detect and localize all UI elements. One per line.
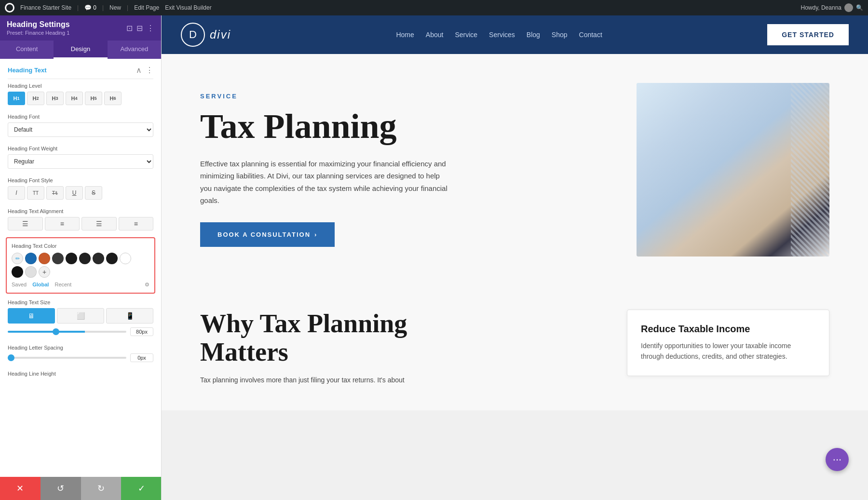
hero-content: SERVICE Tax Planning Effective tax plann… <box>200 93 608 246</box>
get-started-button[interactable]: GET STARTED <box>767 24 849 45</box>
panel-header: Heading Settings Preset: Finance Heading… <box>0 15 161 41</box>
tt2-button[interactable]: Tt <box>46 186 64 200</box>
nav-services[interactable]: Services <box>489 31 515 39</box>
letter-spacing-value-input[interactable]: 0px <box>130 353 153 362</box>
tab-content[interactable]: Content <box>0 41 54 59</box>
admin-bar: Finance Starter Site | 💬 0 | New | Edit … <box>0 0 868 15</box>
cancel-button[interactable]: ✕ <box>0 477 41 500</box>
size-slider[interactable] <box>8 331 126 333</box>
redo-button[interactable]: ↻ <box>81 477 122 500</box>
fullscreen-icon[interactable]: ⊡ <box>126 24 133 33</box>
collapse-icon[interactable]: ∧ <box>136 66 142 75</box>
color-swatch-black[interactable] <box>12 266 23 278</box>
section-more-icon[interactable]: ⋮ <box>146 66 153 75</box>
undo-button[interactable]: ↺ <box>41 477 81 500</box>
align-left-button[interactable]: ☰ <box>8 217 43 230</box>
floating-action-button[interactable]: ··· <box>826 448 849 471</box>
tt-button[interactable]: TT <box>27 186 44 200</box>
nav-about[interactable]: About <box>426 31 444 39</box>
mobile-device-button[interactable]: 📱 <box>106 308 153 324</box>
hero-description: Effective tax planning is essential for … <box>200 158 451 207</box>
color-swatch-dark3[interactable] <box>79 253 91 264</box>
heading-font-label: Heading Font <box>8 114 153 120</box>
color-swatch-dark5[interactable] <box>106 253 118 264</box>
more-icon[interactable]: ⋮ <box>147 24 154 33</box>
panel-tabs: Content Design Advanced <box>0 41 161 59</box>
color-swatch-white[interactable] <box>120 253 131 264</box>
content-area: D divi Home About Service Services Blog … <box>162 15 868 500</box>
align-justify-button[interactable]: ≡ <box>119 217 154 230</box>
new-link[interactable]: New <box>109 4 121 11</box>
size-value-input[interactable]: 80px <box>130 327 153 336</box>
align-center-button[interactable]: ≡ <box>45 217 80 230</box>
underline-button[interactable]: U <box>66 186 83 200</box>
tab-design[interactable]: Design <box>54 41 107 59</box>
h3-button[interactable]: H3 <box>46 92 64 105</box>
color-swatch-add[interactable]: + <box>39 266 50 278</box>
heading-font-group: Heading Font Default <box>0 110 161 142</box>
letter-spacing-slider-row: 0px <box>8 353 153 362</box>
logo-circle: D <box>181 23 205 47</box>
heading-levels: H1 H2 H3 H4 H5 H6 <box>8 92 153 105</box>
h5-button[interactable]: H5 <box>85 92 102 105</box>
save-button[interactable]: ✓ <box>121 477 162 500</box>
exit-builder-link[interactable]: Exit Visual Builder <box>165 4 212 11</box>
heading-size-label: Heading Text Size <box>8 299 153 305</box>
nav-contact[interactable]: Contact <box>579 31 602 39</box>
consultation-button[interactable]: BOOK A CONSULTATION › <box>200 222 335 247</box>
site-name[interactable]: Finance Starter Site <box>20 4 71 11</box>
heading-alignment-label: Heading Text Alignment <box>8 208 153 214</box>
howdy-text: Howdy, Deanna <box>801 4 842 11</box>
h4-button[interactable]: H4 <box>66 92 83 105</box>
global-tab[interactable]: Global <box>32 282 49 288</box>
logo-text: divi <box>210 28 231 41</box>
tab-advanced[interactable]: Advanced <box>108 41 161 59</box>
heading-font-select[interactable]: Default <box>8 122 153 137</box>
heading-level-group: Heading Level H1 H2 H3 H4 H5 H6 <box>0 79 161 110</box>
italic-button[interactable]: I <box>8 186 25 200</box>
recent-tab[interactable]: Recent <box>54 282 71 288</box>
nav-blog[interactable]: Blog <box>527 31 540 39</box>
section-title: Heading Text <box>8 67 47 74</box>
color-swatch-light[interactable] <box>25 266 37 278</box>
heading-letter-spacing-group: Heading Letter Spacing 0px <box>0 341 161 367</box>
saved-tab[interactable]: Saved <box>12 282 27 288</box>
color-swatch-orange[interactable] <box>39 253 50 264</box>
hero-section: SERVICE Tax Planning Effective tax plann… <box>162 54 868 285</box>
site-menu: Home About Service Services Blog Shop Co… <box>396 31 602 39</box>
h1-button[interactable]: H1 <box>8 92 25 105</box>
tablet-device-button[interactable]: ⬜ <box>57 308 104 324</box>
panel-title: Heading Settings <box>7 20 70 29</box>
wp-logo-icon[interactable] <box>5 3 14 13</box>
nav-shop[interactable]: Shop <box>552 31 568 39</box>
split-icon[interactable]: ⊟ <box>136 24 143 33</box>
nav-service[interactable]: Service <box>455 31 477 39</box>
search-icon[interactable]: 🔍 <box>856 4 863 11</box>
align-right-button[interactable]: ☰ <box>81 217 117 230</box>
hero-title: Tax Planning <box>200 108 608 146</box>
color-swatch-blue[interactable] <box>25 253 37 264</box>
color-swatch-dark2[interactable] <box>66 253 77 264</box>
heading-font-weight-select[interactable]: Regular <box>8 154 153 169</box>
site-nav: D divi Home About Service Services Blog … <box>162 15 868 54</box>
color-picker-icon[interactable]: ✏ <box>12 253 23 264</box>
desktop-device-button[interactable]: 🖥 <box>8 308 55 324</box>
nav-home[interactable]: Home <box>396 31 414 39</box>
hero-tag: SERVICE <box>200 93 608 100</box>
heading-letter-spacing-label: Heading Letter Spacing <box>8 345 153 351</box>
strikethrough-button[interactable]: S <box>85 186 102 200</box>
comment-bubble[interactable]: 💬 0 <box>84 4 96 11</box>
heading-level-label: Heading Level <box>8 83 153 89</box>
panel-content: Heading Text ∧ ⋮ Heading Level H1 H2 H3 … <box>0 59 161 500</box>
section-header: Heading Text ∧ ⋮ <box>0 59 161 79</box>
h2-button[interactable]: H2 <box>27 92 44 105</box>
color-settings-icon[interactable]: ⚙ <box>145 282 149 288</box>
h6-button[interactable]: H6 <box>104 92 122 105</box>
color-swatch-dark4[interactable] <box>93 253 104 264</box>
letter-spacing-slider[interactable] <box>8 357 126 359</box>
consultation-label: BOOK A CONSULTATION <box>217 231 311 238</box>
heading-alignment-group: Heading Text Alignment ☰ ≡ ☰ ≡ <box>0 204 161 235</box>
color-swatch-dark1[interactable] <box>52 253 64 264</box>
edit-page-link[interactable]: Edit Page <box>134 4 159 11</box>
heading-font-style-group: Heading Font Style I TT Tt U S <box>0 174 161 204</box>
